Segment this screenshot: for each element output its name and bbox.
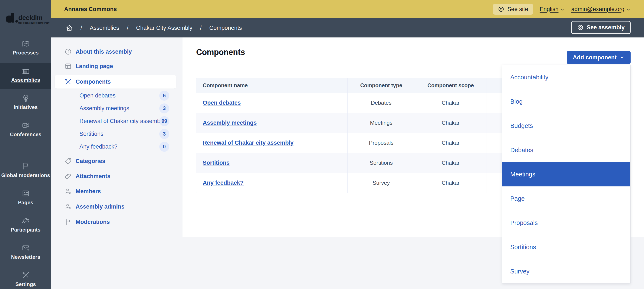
brand-tagline: free open-source democracy <box>18 22 50 24</box>
dropdown-item-sortitions[interactable]: Sortitions <box>502 235 630 259</box>
component-scope: Chakar <box>442 120 460 126</box>
tools-icon <box>22 271 30 279</box>
component-nav-assembly-meetings[interactable]: Assembly meetings3 <box>55 102 176 114</box>
decidim-logo-mark-icon <box>6 14 18 24</box>
count-badge: 3 <box>159 129 169 139</box>
sidebar-item-label: Newsletters <box>0 254 51 260</box>
secondary-nav-moderations[interactable]: Moderations <box>55 215 176 229</box>
sidebar-item-settings[interactable]: Settings <box>0 267 51 289</box>
component-nav-label: Open debates <box>80 92 116 99</box>
sidebar-item-global-moderations[interactable]: Global moderations <box>0 158 51 185</box>
user-account-menu[interactable]: admin@example.org <box>571 6 631 12</box>
secondary-nav-label: Assembly admins <box>76 204 124 210</box>
language-selector[interactable]: English <box>540 6 565 12</box>
dropdown-item-page[interactable]: Page <box>502 186 630 211</box>
see-assembly-button[interactable]: See assembly <box>571 21 630 34</box>
count-badge: 3 <box>159 103 169 113</box>
secondary-nav-components[interactable]: Components <box>55 75 176 88</box>
page-title: Components <box>196 48 245 57</box>
decidim-logo[interactable]: decidim free open-source democracy <box>6 14 50 24</box>
component-nav-renewal-of-chakar-city-assembly[interactable]: Renewal of Chakar city assembly99 <box>55 115 176 127</box>
home-icon[interactable] <box>66 24 73 31</box>
secondary-nav-label: Attachments <box>76 173 110 180</box>
breadcrumb-separator: / <box>80 25 82 31</box>
eye-target-icon <box>577 24 584 31</box>
add-component-button[interactable]: Add component <box>567 51 630 64</box>
dropdown-item-survey[interactable]: Survey <box>502 259 630 284</box>
flag-icon <box>64 218 72 226</box>
dropdown-item-blog[interactable]: Blog <box>502 89 630 114</box>
sidebar-item-initiatives[interactable]: Initiatives <box>0 90 51 117</box>
component-link[interactable]: Any feedback? <box>203 180 244 186</box>
component-link[interactable]: Renewal of Chakar city assembly <box>203 140 294 146</box>
component-scope: Chakar <box>442 100 460 106</box>
info-circle-icon <box>64 48 72 55</box>
dropdown-item-proposals[interactable]: Proposals <box>502 211 630 235</box>
mail-add-icon <box>22 244 30 252</box>
see-site-button[interactable]: See site <box>493 4 533 15</box>
component-link[interactable]: Sortitions <box>203 160 230 166</box>
sidebar-item-newsletters[interactable]: Newsletters <box>0 240 51 267</box>
component-nav-label: Any feedback? <box>80 143 118 150</box>
dropdown-item-label: Proposals <box>510 219 538 227</box>
component-name-cell: Sortitions <box>196 153 348 173</box>
component-scope: Chakar <box>442 160 460 166</box>
component-scope-cell: Chakar <box>415 173 486 193</box>
dropdown-item-accountability[interactable]: Accountability <box>502 65 630 89</box>
sidebar-item-conferences[interactable]: Conferences <box>0 117 51 144</box>
dropdown-item-budgets[interactable]: Budgets <box>502 114 630 138</box>
breadcrumb-item[interactable]: Assemblies <box>90 25 119 31</box>
see-assembly-label: See assembly <box>586 24 624 31</box>
sidebar-item-label: Settings <box>0 281 51 287</box>
government-building-icon <box>22 67 30 75</box>
component-scope-cell: Chakar <box>415 153 486 173</box>
sidebar-item-pages[interactable]: Pages <box>0 186 51 212</box>
see-site-label: See site <box>507 6 528 12</box>
organization-title: Annares Commons <box>64 6 117 12</box>
assembly-secondary-nav: About this assemblyLanding pageComponent… <box>51 37 182 289</box>
secondary-nav-categories[interactable]: Categories <box>55 154 176 168</box>
breadcrumb: /Assemblies/Chakar City Assembly/Compone… <box>66 18 242 37</box>
count-badge: 0 <box>159 142 169 152</box>
breadcrumb-item[interactable]: Components <box>209 25 242 31</box>
sidebar-item-assemblies[interactable]: Assemblies <box>0 63 51 89</box>
component-link[interactable]: Assembly meetings <box>203 120 257 126</box>
breadcrumb-separator: / <box>200 25 202 31</box>
group-icon <box>22 217 30 225</box>
dropdown-item-debates[interactable]: Debates <box>502 138 630 162</box>
component-link[interactable]: Open debates <box>203 100 241 106</box>
component-name-cell: Assembly meetings <box>196 113 348 133</box>
breadcrumb-item[interactable]: Chakar City Assembly <box>136 25 192 31</box>
language-label: English <box>540 6 558 12</box>
secondary-nav-attachments[interactable]: Attachments <box>55 169 176 183</box>
tools-icon <box>64 78 72 85</box>
count-badge: 99 <box>159 116 169 126</box>
secondary-nav-members[interactable]: Members <box>55 185 176 198</box>
component-nav-sortitions[interactable]: Sortitions3 <box>55 128 176 140</box>
secondary-nav-label: About this assembly <box>76 48 132 55</box>
secondary-nav-assembly-admins[interactable]: Assembly admins <box>55 200 176 214</box>
component-nav-open-debates[interactable]: Open debates6 <box>55 89 176 102</box>
column-header-label: Component scope <box>428 82 474 88</box>
sidebar-item-participants[interactable]: Participants <box>0 213 51 239</box>
chevron-down-icon <box>626 7 631 11</box>
component-nav-any-feedback-[interactable]: Any feedback?0 <box>55 140 176 153</box>
add-component-label: Add component <box>573 54 616 61</box>
secondary-nav-landing-page[interactable]: Landing page <box>55 59 176 73</box>
component-scope-cell: Chakar <box>415 113 486 133</box>
add-component-dropdown: AccountabilityBlogBudgetsDebatesMeetings… <box>502 65 630 284</box>
chevron-down-icon <box>560 7 565 11</box>
video-camera-icon <box>22 121 30 129</box>
dropdown-item-label: Accountability <box>510 74 548 81</box>
secondary-nav-label: Moderations <box>76 219 110 225</box>
count-badge: 6 <box>159 91 169 101</box>
secondary-nav-label: Landing page <box>76 63 113 70</box>
sidebar-item-label: Conferences <box>0 132 51 137</box>
component-scope-cell: Chakar <box>415 133 486 153</box>
component-type-cell: Survey <box>348 173 415 193</box>
component-nav-label: Renewal of Chakar city assembly <box>80 118 164 124</box>
secondary-nav-about-this-assembly[interactable]: About this assembly <box>55 45 176 58</box>
brand-name: decidim <box>18 14 42 21</box>
dropdown-item-meetings[interactable]: Meetings <box>502 162 630 186</box>
sidebar-item-processes[interactable]: Processes <box>0 36 51 62</box>
